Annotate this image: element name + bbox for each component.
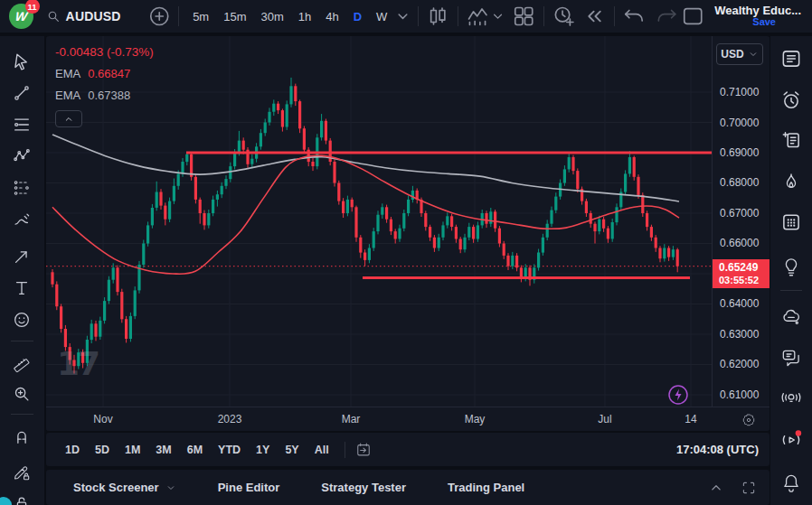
text-icon[interactable] [6, 276, 37, 301]
brush-icon[interactable] [6, 208, 37, 233]
live-idea-icon[interactable] [779, 386, 803, 409]
zoom-in-icon[interactable] [6, 381, 37, 407]
right-sidebar [770, 36, 812, 505]
panel-tab-trading-panel[interactable]: Trading Panel [448, 481, 524, 494]
interval-menu-chevron-icon[interactable] [394, 3, 411, 30]
hotlist-icon[interactable] [779, 171, 803, 194]
top-toolbar: W 11 AUDUSD 5m15m30m1h4hDW Wealthy Educ.… [0, 0, 812, 34]
range-button-1y[interactable]: 1Y [250, 440, 276, 460]
app-logo[interactable]: W 11 [9, 4, 33, 29]
chevron-down-icon [165, 482, 176, 493]
magnet-icon[interactable] [6, 424, 37, 449]
interval-button-30m[interactable]: 30m [253, 6, 290, 27]
panel-fullscreen-icon[interactable] [741, 480, 757, 496]
time-axis[interactable]: Nov2023MarMayJul14 [46, 407, 770, 431]
undo-icon[interactable] [621, 3, 647, 30]
xabcd-pattern-icon[interactable] [6, 144, 37, 169]
toolbar-divider [614, 6, 615, 26]
logo-glyph: W [14, 9, 28, 23]
chart-style-icon[interactable] [425, 3, 450, 30]
chart-settings-gear-icon[interactable] [741, 412, 757, 428]
toolbar-divider [543, 6, 544, 26]
range-button-1m[interactable]: 1M [118, 440, 146, 460]
go-to-date-icon[interactable] [354, 441, 373, 459]
price-change-label: -0.00483 (-0.73%) [55, 45, 154, 59]
arrow-icon[interactable] [6, 244, 37, 269]
ruler-icon[interactable] [6, 350, 37, 375]
notification-count-badge: 11 [25, 0, 40, 14]
interval-button-w[interactable]: W [369, 6, 394, 27]
interval-button-4h[interactable]: 4h [318, 6, 345, 27]
indicators-icon[interactable] [465, 3, 490, 30]
panel-tab-pine-editor[interactable]: Pine Editor [218, 481, 280, 494]
legend-collapse-button[interactable] [55, 110, 82, 127]
panel-tab-label: Strategy Tester [321, 481, 406, 494]
price-axis-label: 0.62000 [720, 357, 759, 371]
interval-group: 5m15m30m1h4hDW [185, 6, 394, 27]
indicator-row-ema-0[interactable]: EMA0.66847 [55, 67, 154, 80]
chart-pane[interactable]: 17 -0.00483 (-0.73%) EMA0.66847EMA0.6738… [46, 36, 770, 431]
range-button-5d[interactable]: 5D [89, 440, 116, 460]
indicators-menu-chevron-icon[interactable] [490, 3, 505, 30]
instant-detail-flash-icon[interactable] [667, 384, 689, 406]
news-icon[interactable] [779, 128, 803, 152]
range-button-ytd[interactable]: YTD [212, 440, 247, 460]
range-button-3m[interactable]: 3M [149, 440, 177, 460]
panel-expand-chevron-icon[interactable] [708, 480, 724, 496]
time-axis-label: Nov [93, 413, 112, 426]
symbol-search-button[interactable]: AUDUSD [39, 5, 130, 27]
price-axis[interactable]: USD 0.65249 03:55:52 0.710000.700000.690… [712, 36, 770, 407]
panel-tab-stock-screener[interactable]: Stock Screener [73, 481, 176, 494]
fib-retracement-icon[interactable] [6, 112, 37, 137]
time-axis-label: Mar [342, 413, 361, 426]
compare-add-icon[interactable] [146, 3, 172, 30]
interval-button-15m[interactable]: 15m [216, 6, 253, 27]
panel-tab-label: Pine Editor [218, 481, 280, 494]
panel-tab-strategy-tester[interactable]: Strategy Tester [321, 481, 406, 494]
minds-icon[interactable] [779, 306, 803, 330]
indicator-row-ema-1[interactable]: EMA0.67388 [55, 89, 154, 102]
range-button-all[interactable]: All [308, 440, 335, 460]
multichart-layout-icon[interactable] [511, 3, 536, 30]
toolbar-divider [418, 6, 419, 26]
drawing-lock-icon[interactable] [6, 460, 37, 485]
account-block: Wealthy Educ... Save [714, 5, 801, 28]
currency-value: USD [721, 48, 743, 61]
indicator-legend: EMA0.66847EMA0.67388 [55, 67, 154, 102]
bar-replay-icon[interactable] [581, 3, 607, 30]
alarm-icon[interactable] [779, 89, 803, 112]
bell-icon[interactable] [779, 472, 803, 495]
create-alert-icon[interactable] [551, 3, 576, 30]
bar-countdown: 03:55:52 [719, 275, 770, 286]
clock[interactable]: 17:04:08 (UTC) [676, 443, 759, 456]
interval-button-5m[interactable]: 5m [185, 6, 216, 27]
price-axis-label: 0.71000 [720, 85, 759, 99]
toolbar-divider [458, 6, 458, 26]
watchlist-icon[interactable] [779, 47, 803, 70]
save-button[interactable]: Save [752, 16, 776, 28]
calendar-icon[interactable] [779, 210, 803, 234]
range-button-6m[interactable]: 6M [181, 440, 209, 460]
price-axis-label: 0.70000 [720, 116, 759, 130]
redo-icon[interactable] [654, 3, 679, 30]
indicator-value: 0.66847 [88, 67, 130, 80]
price-axis-label: 0.66000 [720, 236, 759, 250]
interval-button-d[interactable]: D [346, 6, 369, 27]
save-layout-icon[interactable] [680, 3, 705, 30]
chat-icon[interactable] [779, 346, 803, 369]
stream-icon[interactable] [779, 428, 803, 452]
range-button-5y[interactable]: 5Y [279, 440, 305, 460]
account-name[interactable]: Wealthy Educ... [714, 5, 801, 16]
currency-select[interactable]: USD [716, 43, 763, 65]
interval-button-1h[interactable]: 1h [291, 6, 318, 27]
trend-line-icon[interactable] [6, 80, 37, 106]
emoji-icon[interactable] [6, 307, 37, 332]
chart-legend: -0.00483 (-0.73%) EMA0.66847EMA0.67388 [55, 45, 154, 127]
last-price-tag: 0.65249 03:55:52 [713, 259, 770, 288]
panel-controls [708, 480, 757, 496]
lock-icon[interactable] [6, 491, 37, 505]
forecast-icon[interactable] [6, 175, 37, 201]
idea-icon[interactable] [779, 255, 803, 278]
range-button-1d[interactable]: 1D [59, 440, 86, 460]
cursor-icon[interactable] [6, 49, 37, 74]
